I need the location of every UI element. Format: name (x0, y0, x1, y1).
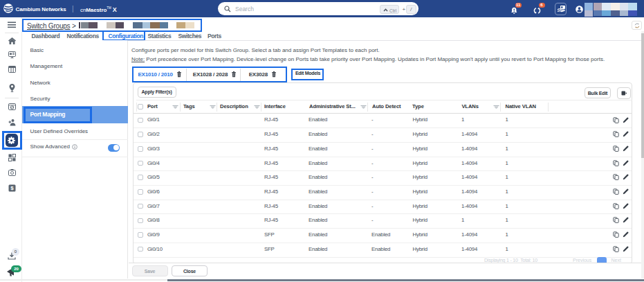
svg-text:$: $ (10, 185, 14, 191)
